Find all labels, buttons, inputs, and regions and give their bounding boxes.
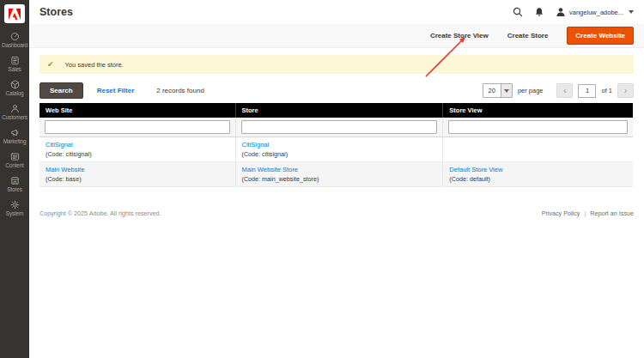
customers-icon (0, 104, 29, 113)
caret-down-icon (629, 10, 634, 14)
content-icon (0, 152, 29, 161)
grid-controls: Search Reset Filter 2 records found 20 p… (39, 82, 634, 99)
page-of-label: of 1 (601, 87, 612, 94)
admin-sidebar: Dashboard Sales Catalog Customers Market… (0, 0, 29, 358)
store-link[interactable]: Main Website Store (242, 166, 298, 173)
per-page-select[interactable]: 20 (483, 83, 513, 98)
copyright-text: Copyright © 2025 Adobe. All rights reser… (39, 209, 161, 217)
select-caret-icon (501, 84, 512, 97)
store-link[interactable]: CitiSignal (242, 141, 270, 149)
header-actions: vangeluw_adobe... (513, 7, 634, 17)
checkmark-icon: ✔ (47, 60, 54, 69)
footer-links: Privacy Policy | Report an Issue (542, 209, 634, 217)
store-code: (Code: citisignal) (242, 150, 437, 158)
create-website-button[interactable]: Create Website (567, 27, 634, 45)
footer-separator: | (584, 209, 586, 217)
page-footer: Copyright © 2025 Adobe. All rights reser… (39, 209, 634, 217)
adobe-logo[interactable] (4, 4, 25, 23)
sidebar-item-catalog[interactable]: Catalog (0, 76, 29, 100)
records-found-label: 2 records found (156, 87, 204, 94)
marketing-icon (0, 128, 29, 137)
grid-header-row: Web Site Store Store View (39, 103, 633, 118)
catalog-icon (0, 80, 29, 89)
success-message: ✔ You saved the store. (39, 55, 634, 74)
page-number-input[interactable] (578, 84, 596, 98)
store-filter-input[interactable] (241, 120, 438, 134)
website-link[interactable]: Main Website (46, 166, 84, 173)
report-issue-link[interactable]: Report an Issue (590, 209, 634, 217)
privacy-policy-link[interactable]: Privacy Policy (542, 209, 580, 217)
reset-filter-link[interactable]: Reset Filter (97, 87, 135, 94)
sidebar-item-content[interactable]: Content (0, 149, 29, 173)
success-message-text: You saved the store. (65, 61, 124, 69)
dashboard-icon (0, 32, 29, 41)
bell-icon[interactable] (534, 7, 544, 17)
table-row: Main Website (Code: base) Main Website S… (39, 162, 633, 187)
adobe-logo-mark (9, 9, 21, 20)
search-button[interactable]: Search (39, 82, 83, 99)
sidebar-item-stores[interactable]: Stores (0, 173, 29, 197)
main-content: Stores vangeluw_adobe... Create Store Vi… (29, 0, 644, 217)
page-actions-toolbar: Create Store View Create Store Create We… (29, 24, 644, 48)
create-store-button[interactable]: Create Store (507, 32, 549, 39)
store-view-link[interactable]: Default Store View (449, 166, 502, 173)
sidebar-item-dashboard[interactable]: Dashboard (0, 28, 29, 52)
grid-filter-row (39, 118, 633, 137)
stores-icon (0, 176, 29, 185)
website-code: (Code: citisignal) (46, 150, 229, 158)
column-header-store-view[interactable]: Store View (443, 103, 633, 118)
store-code: (Code: main_website_store) (242, 175, 437, 183)
user-menu[interactable]: vangeluw_adobe... (556, 7, 634, 17)
sales-icon (0, 56, 29, 65)
sidebar-item-customers[interactable]: Customers (0, 100, 29, 124)
web-site-filter-input[interactable] (45, 120, 230, 134)
page-title: Stores (39, 6, 73, 18)
per-page-value: 20 (483, 84, 501, 97)
next-page-button[interactable]: › (617, 83, 634, 98)
store-view-code: (Code: default) (449, 175, 627, 183)
table-row: CitiSignal (Code: citisignal) CitiSignal… (39, 137, 633, 162)
previous-page-button[interactable]: ‹ (556, 83, 573, 98)
store-view-filter-input[interactable] (448, 120, 628, 134)
system-icon (0, 200, 29, 209)
column-header-store[interactable]: Store (235, 103, 443, 118)
sidebar-item-marketing[interactable]: Marketing (0, 124, 29, 149)
website-link[interactable]: CitiSignal (46, 141, 73, 149)
pagination: 20 per page ‹ of 1 › (483, 83, 634, 98)
website-code: (Code: base) (46, 175, 229, 183)
stores-grid: Web Site Store Store View CitiSignal (Co… (39, 103, 633, 187)
page-header: Stores vangeluw_adobe... (29, 0, 644, 24)
user-icon (556, 7, 566, 17)
username-label: vangeluw_adobe... (569, 9, 623, 16)
create-store-view-button[interactable]: Create Store View (430, 32, 489, 39)
search-icon[interactable] (513, 7, 523, 17)
column-header-web-site[interactable]: Web Site (39, 103, 235, 118)
sidebar-item-sales[interactable]: Sales (0, 52, 29, 76)
per-page-label: per page (518, 87, 544, 94)
sidebar-item-system[interactable]: System (0, 197, 29, 221)
